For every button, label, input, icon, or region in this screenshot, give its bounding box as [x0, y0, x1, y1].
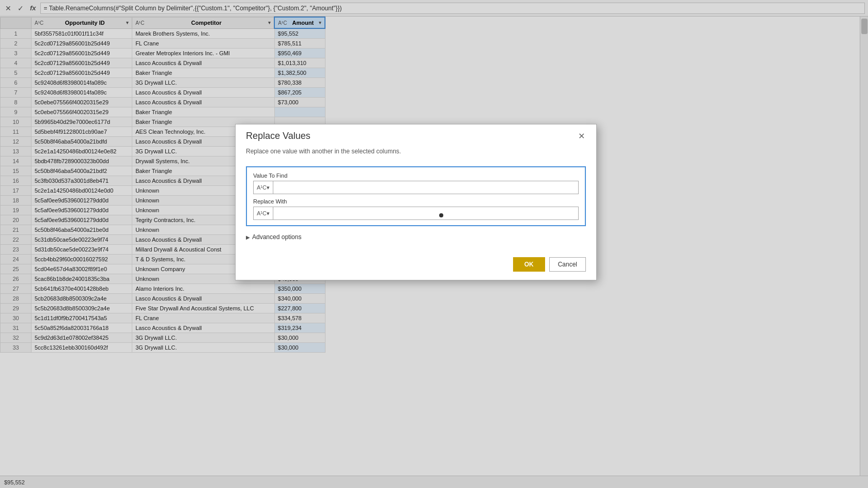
dialog-body: Value To Find A¹C ▾ Replace With A¹C ▾	[236, 162, 596, 251]
type-dropdown-replace: ▾	[267, 210, 270, 217]
replace-values-dialog: Replace Values ✕ Replace one value with …	[235, 124, 597, 280]
cancel-button[interactable]: Cancel	[549, 257, 586, 272]
replace-with-group: Replace With A¹C ▾	[253, 198, 579, 220]
dialog-footer: OK Cancel	[236, 251, 596, 280]
replace-with-label: Replace With	[253, 198, 579, 204]
type-dropdown-find: ▾	[267, 184, 270, 191]
chevron-icon: ▶	[246, 234, 250, 240]
dialog-title: Replace Values	[246, 131, 311, 141]
replace-with-row: A¹C ▾	[253, 207, 579, 220]
advanced-options-label: Advanced options	[252, 233, 301, 241]
replace-with-type-btn[interactable]: A¹C ▾	[253, 207, 273, 220]
type-icon-replace: A¹C	[257, 210, 267, 216]
value-to-find-row: A¹C ▾	[253, 181, 579, 194]
value-to-find-type-btn[interactable]: A¹C ▾	[253, 181, 273, 194]
value-to-find-label: Value To Find	[253, 172, 579, 179]
dialog-subtitle: Replace one value with another in the se…	[236, 146, 596, 162]
ok-button[interactable]: OK	[513, 257, 545, 272]
value-to-find-input[interactable]	[273, 181, 579, 194]
fields-group: Value To Find A¹C ▾ Replace With A¹C ▾	[246, 166, 586, 226]
advanced-options-toggle[interactable]: ▶ Advanced options	[246, 233, 586, 241]
dialog-header: Replace Values ✕	[236, 124, 596, 146]
type-icon-find: A¹C	[257, 184, 267, 191]
dialog-close-button[interactable]: ✕	[575, 131, 588, 141]
replace-with-input[interactable]	[273, 207, 579, 220]
